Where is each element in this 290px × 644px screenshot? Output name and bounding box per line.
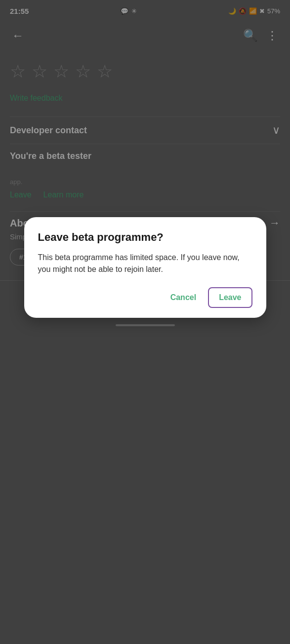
dialog-body: This beta programme has limited space. I… [38,252,252,275]
cancel-button[interactable]: Cancel [163,288,204,307]
dialog-overlay: Leave beta programme? This beta programm… [0,0,290,644]
leave-beta-dialog: Leave beta programme? This beta programm… [24,217,266,318]
dialog-title: Leave beta programme? [38,231,252,244]
dialog-actions: Cancel Leave [38,287,252,308]
leave-button[interactable]: Leave [208,287,252,308]
